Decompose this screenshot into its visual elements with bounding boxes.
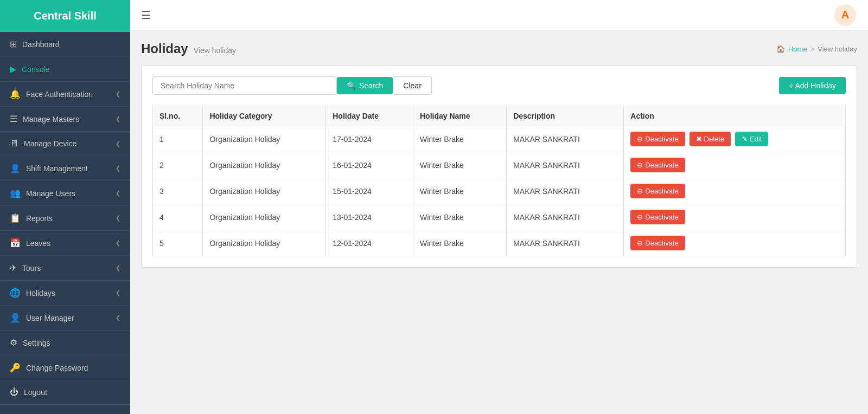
sidebar-label-holidays: Holidays [26,289,55,297]
holiday-table: Sl.no. Holiday Category Holiday Date Hol… [152,106,846,256]
manage-masters-icon: ☰ [10,114,17,124]
cell-action: ⊖ Deactivate ✖ Delete ✎ Edit [624,126,846,152]
cell-description: MAKAR SANKRATI [507,178,624,204]
sidebar-label-settings: Settings [23,339,50,347]
deactivate-icon-3: ⊖ [637,187,643,195]
breadcrumb-current: View holiday [818,45,857,53]
sidebar-item-dashboard[interactable]: ⊞ Dashboard [0,32,130,57]
breadcrumb-home-icon: 🏠 [776,45,785,53]
breadcrumb-separator: > [810,45,815,53]
chevron-manage-masters: ❮ [116,115,120,122]
sidebar-label-face-auth: Face Authentication [26,90,93,99]
cell-description: MAKAR SANKRATI [507,230,624,256]
sidebar-item-manage-device[interactable]: 🖥 Manage Device ❮ [0,132,130,156]
deactivate-button-4[interactable]: ⊖ Deactivate [630,210,685,224]
sidebar-item-holidays[interactable]: 🌐 Holidays ❮ [0,281,130,306]
delete-icon-1: ✖ [696,135,702,143]
sidebar-item-reports[interactable]: 📋 Reports ❮ [0,206,130,231]
aadhaar-logo-svg: A [833,3,857,27]
sidebar-item-tours[interactable]: ✈ Tours ❮ [0,256,130,281]
logout-icon: ⏻ [10,387,18,397]
table-row: 5 Organization Holiday 12-01-2024 Winter… [153,230,846,256]
chevron-holidays: ❮ [116,289,120,296]
table-row: 3 Organization Holiday 15-01-2024 Winter… [153,178,846,204]
sidebar-item-manage-masters[interactable]: ☰ Manage Masters ❮ [0,107,130,132]
change-password-icon: 🔑 [10,363,21,373]
search-icon: 🔍 [347,81,356,90]
deactivate-button-2[interactable]: ⊖ Deactivate [630,158,685,172]
chevron-leaves: ❮ [116,240,120,247]
sidebar-item-console[interactable]: ▶ Console [0,57,130,82]
chevron-tours: ❮ [116,264,120,271]
sidebar-item-shift-management[interactable]: 👤 Shift Management ❮ [0,156,130,181]
cell-slno: 2 [153,152,203,178]
cell-name: Winter Brake [413,178,507,204]
app-name: Central Skill [34,10,97,22]
sidebar-label-reports: Reports [26,214,53,223]
cell-category: Organization Holiday [203,204,326,230]
cell-name: Winter Brake [413,126,507,152]
col-action: Action [624,106,846,126]
content-area: Holiday View holiday 🏠 Home > View holid… [130,30,868,414]
topbar: ☰ A [130,0,868,30]
search-input[interactable] [152,76,337,95]
deactivate-button-1[interactable]: ⊖ Deactivate [630,132,685,146]
col-description: Description [507,106,624,126]
holiday-card: 🔍 Search Clear + Add Holiday Sl.no. Holi… [141,65,857,268]
sidebar-label-console: Console [22,65,49,74]
col-category: Holiday Category [203,106,326,126]
cell-description: MAKAR SANKRATI [507,152,624,178]
manage-users-icon: 👥 [10,188,21,198]
sidebar-label-leaves: Leaves [26,239,50,248]
topbar-right: A [833,3,857,27]
sidebar-label-tours: Tours [22,264,41,273]
table-row: 4 Organization Holiday 13-01-2024 Winter… [153,204,846,230]
shift-mgmt-icon: 👤 [10,163,21,173]
tours-icon: ✈ [10,263,17,273]
cell-name: Winter Brake [413,204,507,230]
dashboard-icon: ⊞ [10,39,17,49]
deactivate-button-5[interactable]: ⊖ Deactivate [630,236,685,250]
sidebar: Central Skill ⊞ Dashboard ▶ Console 🔔 Fa… [0,0,130,414]
sidebar-item-settings[interactable]: ⚙ Settings [0,331,130,355]
sidebar-label-change-password: Change Password [26,364,88,372]
hamburger-menu[interactable]: ☰ [141,9,151,22]
cell-slno: 5 [153,230,203,256]
page-title-area: Holiday View holiday [141,41,236,56]
col-date: Holiday Date [326,106,413,126]
cell-date: 16-01-2024 [326,152,413,178]
chevron-manage-users: ❮ [116,190,120,197]
table-header-row: Sl.no. Holiday Category Holiday Date Hol… [153,106,846,126]
clear-button[interactable]: Clear [393,76,431,95]
search-label: Search [359,81,383,90]
chevron-shift-mgmt: ❮ [116,165,120,172]
svg-text:A: A [841,9,849,21]
sidebar-item-leaves[interactable]: 📅 Leaves ❮ [0,231,130,256]
console-icon: ▶ [10,64,16,74]
breadcrumb-home[interactable]: Home [788,45,807,53]
sidebar-item-face-auth[interactable]: 🔔 Face Authentication ❮ [0,82,130,107]
edit-button-1[interactable]: ✎ Edit [735,132,768,146]
sidebar-item-user-manager[interactable]: 👤 User Manager ❮ [0,306,130,331]
search-button[interactable]: 🔍 Search [337,77,393,94]
leaves-icon: 📅 [10,238,21,248]
cell-category: Organization Holiday [203,230,326,256]
sidebar-label-manage-device: Manage Device [24,139,76,148]
deactivate-icon-1: ⊖ [637,135,643,143]
deactivate-button-3[interactable]: ⊖ Deactivate [630,184,685,198]
add-holiday-label: + Add Holiday [789,81,836,90]
cell-action: ⊖ Deactivate [624,152,846,178]
aadhaar-logo: A [833,3,857,27]
sidebar-item-logout[interactable]: ⏻ Logout [0,380,130,405]
chevron-manage-device: ❮ [116,140,120,147]
deactivate-icon-2: ⊖ [637,161,643,169]
edit-icon-1: ✎ [742,135,748,143]
sidebar-item-change-password[interactable]: 🔑 Change Password [0,355,130,380]
topbar-left: ☰ [141,9,151,22]
cell-description: MAKAR SANKRATI [507,126,624,152]
add-holiday-button[interactable]: + Add Holiday [779,77,846,94]
delete-button-1[interactable]: ✖ Delete [690,132,731,146]
sidebar-item-manage-users[interactable]: 👥 Manage Users ❮ [0,181,130,206]
holidays-icon: 🌐 [10,288,21,298]
cell-date: 13-01-2024 [326,204,413,230]
